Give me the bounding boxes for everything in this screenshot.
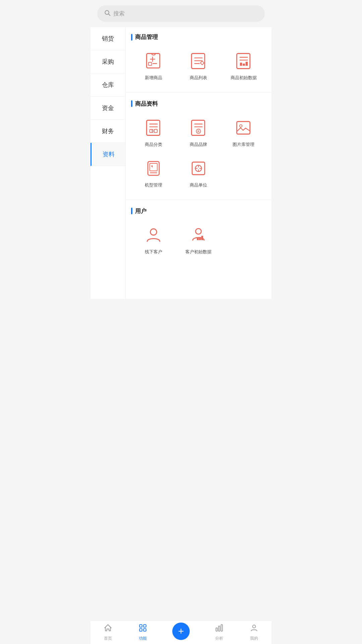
product-unit-item[interactable]: 商品单位 xyxy=(176,154,221,192)
svg-line-1 xyxy=(109,14,110,16)
section-user: 用户 线下客户 xyxy=(126,201,272,266)
product-brand-item[interactable]: R 商品品牌 xyxy=(176,114,221,151)
customer-initial-data-item[interactable]: 客户初始数据 xyxy=(176,221,221,258)
product-category-item[interactable]: 商品分类 xyxy=(131,114,176,151)
offline-customer-icon xyxy=(143,224,164,246)
section-product-info: 商品资料 商品分类 xyxy=(126,94,272,200)
product-list-label: 商品列表 xyxy=(190,75,207,81)
product-initial-data-label: 商品初始数据 xyxy=(231,75,257,81)
sidebar-item-data[interactable]: 资料 xyxy=(90,143,125,166)
svg-point-38 xyxy=(196,228,201,234)
sidebar: 销货 采购 仓库 资金 财务 资料 xyxy=(90,27,126,299)
product-category-label: 商品分类 xyxy=(145,142,162,148)
product-initial-data-icon xyxy=(233,50,254,72)
add-product-item[interactable]: 新增商品 xyxy=(131,47,176,84)
model-management-label: 机型管理 xyxy=(145,182,162,188)
svg-rect-40 xyxy=(201,236,203,240)
product-brand-label: 商品品牌 xyxy=(190,142,207,148)
add-product-icon xyxy=(143,50,164,72)
offline-customer-item[interactable]: 线下客户 xyxy=(131,221,176,258)
product-management-grid: 新增商品 商品列表 xyxy=(131,47,266,90)
sidebar-item-purchase[interactable]: 采购 xyxy=(90,50,125,73)
customer-initial-data-label: 客户初始数据 xyxy=(185,249,212,255)
section-title-user: 用户 xyxy=(131,207,266,215)
product-unit-label: 商品单位 xyxy=(190,182,207,188)
search-placeholder: 搜索 xyxy=(113,10,125,17)
product-unit-icon xyxy=(188,158,209,179)
svg-rect-12 xyxy=(240,63,242,66)
user-grid: 线下客户 客户初始数据 xyxy=(131,221,266,264)
svg-rect-9 xyxy=(237,54,250,69)
svg-rect-39 xyxy=(199,237,201,240)
divider-2 xyxy=(126,200,272,200)
sidebar-item-warehouse[interactable]: 仓库 xyxy=(90,73,125,97)
search-bar[interactable]: 搜索 xyxy=(97,5,265,22)
svg-rect-31 xyxy=(192,162,205,175)
divider-1 xyxy=(126,92,272,93)
model-management-item[interactable]: 机型管理 xyxy=(131,154,176,192)
sidebar-item-finance[interactable]: 财务 xyxy=(90,120,125,143)
svg-rect-29 xyxy=(150,163,158,171)
svg-rect-41 xyxy=(197,238,199,240)
svg-point-27 xyxy=(240,125,242,127)
content-area: 商品管理 新增商品 xyxy=(126,27,272,299)
offline-customer-label: 线下客户 xyxy=(145,249,162,255)
product-brand-icon: R xyxy=(188,117,209,139)
svg-rect-13 xyxy=(243,64,245,66)
image-library-icon xyxy=(233,117,254,139)
svg-rect-26 xyxy=(237,121,250,134)
section-title-bar xyxy=(131,34,132,41)
customer-initial-data-icon xyxy=(188,224,209,246)
product-list-item[interactable]: 商品列表 xyxy=(176,47,221,84)
product-initial-data-item[interactable]: 商品初始数据 xyxy=(221,47,266,84)
main-layout: 销货 采购 仓库 资金 财务 资料 商品管理 xyxy=(90,27,272,299)
section-title-product-info: 商品资料 xyxy=(131,100,266,108)
svg-rect-2 xyxy=(147,54,160,68)
product-info-grid: 商品分类 R 商品品牌 xyxy=(131,114,266,197)
add-product-label: 新增商品 xyxy=(145,75,162,81)
section-title-bar-2 xyxy=(131,100,132,107)
svg-rect-18 xyxy=(150,129,153,132)
svg-rect-3 xyxy=(148,62,152,65)
section-product-management: 商品管理 新增商品 xyxy=(126,27,272,92)
image-library-item[interactable]: 图片库管理 xyxy=(221,114,266,151)
svg-point-37 xyxy=(150,229,157,235)
product-category-icon xyxy=(143,117,164,139)
search-bar-container: 搜索 xyxy=(90,0,272,27)
product-list-icon xyxy=(188,50,209,72)
section-title-bar-3 xyxy=(131,208,132,214)
svg-rect-15 xyxy=(147,120,160,135)
section-title-product-management: 商品管理 xyxy=(131,33,266,41)
svg-rect-19 xyxy=(154,129,157,132)
search-icon xyxy=(104,9,111,18)
svg-rect-14 xyxy=(245,62,248,66)
svg-text:R: R xyxy=(197,130,199,133)
sidebar-item-capital[interactable]: 资金 xyxy=(90,97,125,120)
sidebar-item-sales[interactable]: 销货 xyxy=(90,27,125,50)
model-management-icon xyxy=(143,158,164,179)
image-library-label: 图片库管理 xyxy=(233,142,254,148)
